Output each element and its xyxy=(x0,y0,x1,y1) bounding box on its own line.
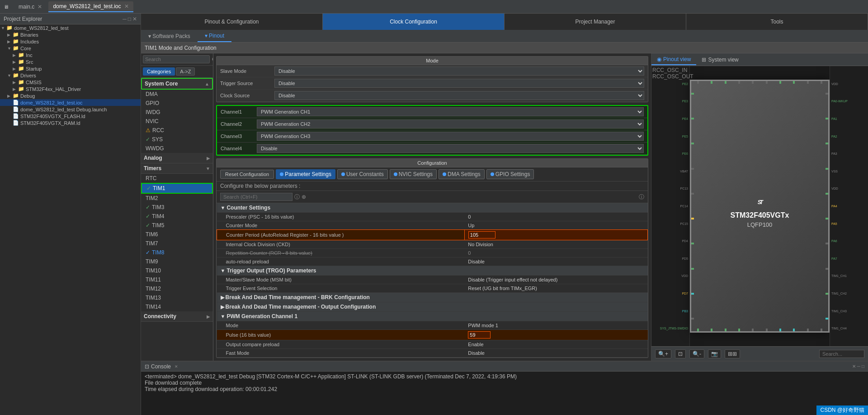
config-tim10[interactable]: TIM10 xyxy=(141,266,213,275)
gpio-settings-tab[interactable]: GPIO Settings xyxy=(486,169,534,179)
analog-section[interactable]: Analog ▶ xyxy=(141,153,213,163)
chip-top-pin-10 xyxy=(821,81,822,84)
chip-top-pin-9 xyxy=(807,81,809,84)
config-tim6[interactable]: TIM6 xyxy=(141,230,213,239)
screenshot-btn[interactable]: 📷 xyxy=(708,349,721,358)
tree-flash-ld[interactable]: 📄 STM32F405VGTX_FLASH.ld xyxy=(0,113,141,119)
config-rcc[interactable]: ⚠RCC xyxy=(141,126,213,135)
fit-btn[interactable]: ⊡ xyxy=(675,349,686,358)
config-gpio[interactable]: GPIO xyxy=(141,99,213,108)
config-tim8[interactable]: ✓TIM8 xyxy=(141,248,213,257)
sub-tab-software-packs[interactable]: ▾ Software Packs xyxy=(141,30,198,42)
minimize-icon[interactable]: ─ xyxy=(123,16,127,22)
chip-search-input[interactable] xyxy=(819,350,864,358)
slave-mode-select[interactable]: Disable xyxy=(274,67,644,76)
channel4-select[interactable]: Disable xyxy=(257,144,644,153)
config-rtc[interactable]: RTC xyxy=(141,174,213,183)
tree-project-root[interactable]: ▼ 📁 dome_WS2812_led_test xyxy=(0,24,141,31)
pin-pa0-label: PA0-WKUP xyxy=(830,100,868,103)
pulse-input[interactable] xyxy=(468,331,491,339)
tree-debug[interactable]: ▶ 📁 Debug xyxy=(0,92,141,99)
tree-ioc-file[interactable]: 📄 dome_WS2812_led_test.ioc xyxy=(0,99,141,106)
param-info-icon[interactable]: ⓘ xyxy=(294,193,300,201)
counter-period-input[interactable] xyxy=(468,231,495,239)
break-dead-section2[interactable]: ▶ Break And Dead Time management - Outpu… xyxy=(217,302,648,312)
config-tim12[interactable]: TIM12 xyxy=(141,284,213,293)
maximize-icon[interactable]: □ xyxy=(128,16,131,22)
config-tim11[interactable]: TIM11 xyxy=(141,275,213,284)
param-search-input[interactable] xyxy=(220,193,292,201)
break-dead-section1[interactable]: ▶ Break And Dead Time management - BRK C… xyxy=(217,293,648,302)
clock-source-select[interactable]: Disable xyxy=(274,91,644,100)
param-settings-tab[interactable]: Parameter Settings xyxy=(276,169,335,179)
config-iwdg[interactable]: IWDG xyxy=(141,108,213,117)
config-tim4[interactable]: ✓TIM4 xyxy=(141,212,213,221)
console-maximize-icon[interactable]: □ xyxy=(862,364,864,369)
config-tim7[interactable]: TIM7 xyxy=(141,239,213,248)
reset-config-btn[interactable]: Reset Configuration xyxy=(220,170,274,179)
close-ioc[interactable]: ✕ xyxy=(124,3,129,10)
config-wwdg[interactable]: WWDG xyxy=(141,144,213,153)
channel1-select[interactable]: PWM Generation CH1 xyxy=(257,107,644,116)
tree-drivers[interactable]: ▼ 📁 Drivers xyxy=(0,72,141,79)
trigger-output-section[interactable]: ▼ Trigger Output (TRGO) Parameters xyxy=(217,266,648,276)
search-input[interactable] xyxy=(143,55,210,63)
right-tab-bar: ◉ Pinout view ⊞ System view xyxy=(651,53,868,66)
grid-btn[interactable]: ⊞⊞ xyxy=(725,349,740,358)
tree-startup[interactable]: ▶ 📁 Startup xyxy=(0,65,141,72)
close-sidebar-icon[interactable]: ✕ xyxy=(132,16,137,22)
sub-tab-pinout[interactable]: ▾ Pinout xyxy=(198,30,231,42)
config-tim2[interactable]: TIM2 xyxy=(141,194,213,203)
tree-src[interactable]: ▶ 📁 Src xyxy=(0,58,141,65)
categories-btn[interactable]: Categories xyxy=(143,67,175,76)
param-counter-period[interactable]: Counter Period (AutoReload Register - 16… xyxy=(217,230,648,240)
tree-includes[interactable]: ▶ 📁 Includes xyxy=(0,38,141,45)
config-tim9[interactable]: TIM9 xyxy=(141,257,213,266)
tree-ram-ld[interactable]: 📄 STM32F405VGTX_RAM.ld xyxy=(0,119,141,126)
console-clear-icon[interactable]: ✕ xyxy=(852,364,856,369)
config-tim1[interactable]: ✓TIM1 xyxy=(141,183,213,194)
config-dma[interactable]: DMA xyxy=(141,90,213,99)
channel3-select[interactable]: PWM Generation CH3 xyxy=(257,132,644,141)
counter-settings-section[interactable]: ▼ Counter Settings xyxy=(217,203,648,213)
config-tim5[interactable]: ✓TIM5 xyxy=(141,221,213,230)
system-view-tab[interactable]: ⊞ System view xyxy=(696,55,744,65)
tab-clock[interactable]: Clock Configuration xyxy=(323,14,505,30)
timers-section[interactable]: Timers ▼ xyxy=(141,163,213,174)
tree-debug-launch[interactable]: 📄 dome_WS2812_led_test Debug.launch xyxy=(0,106,141,113)
chip-bot-pin-4 xyxy=(738,329,740,331)
config-tim13[interactable]: TIM13 xyxy=(141,293,213,302)
atoz-btn[interactable]: A->Z xyxy=(176,67,195,76)
tab-pinout[interactable]: Pinout & Configuration xyxy=(141,14,323,30)
nvic-settings-tab[interactable]: NVIC Settings xyxy=(390,169,437,179)
zoom-in-btn[interactable]: 🔍+ xyxy=(655,349,671,358)
system-core-section[interactable]: System Core ▲ xyxy=(141,78,213,90)
zoom-out-btn[interactable]: 🔍- xyxy=(689,349,704,358)
config-tim14[interactable]: TIM14 xyxy=(141,302,213,311)
config-nvic[interactable]: NVIC xyxy=(141,117,213,126)
tree-cmsis[interactable]: ▶ 📁 CMSIS xyxy=(0,79,141,86)
channel2-select[interactable]: PWM Generation CH2 xyxy=(257,119,644,129)
config-sys[interactable]: ✓SYS xyxy=(141,135,213,144)
user-constants-tab[interactable]: User Constants xyxy=(337,169,388,179)
param-help-icon[interactable]: ⓘ xyxy=(639,193,644,201)
connectivity-section[interactable]: Connectivity ▶ xyxy=(141,311,213,322)
tab-tools[interactable]: Tools xyxy=(686,14,868,30)
trigger-source-select[interactable]: Disable xyxy=(274,79,644,88)
tree-hal-driver[interactable]: ▶ 📁 STM32F4xx_HAL_Driver xyxy=(0,86,141,92)
pwm-channel1-section[interactable]: ▼ PWM Generation Channel 1 xyxy=(217,312,648,321)
tree-inc[interactable]: ▶ 📁 Inc xyxy=(0,52,141,58)
tree-core[interactable]: ▼ 📁 Core xyxy=(0,45,141,52)
dma-settings-tab[interactable]: DMA Settings xyxy=(439,169,485,179)
tab-main-c[interactable]: main.c ✕ xyxy=(14,2,47,12)
config-tim3[interactable]: ✓TIM3 xyxy=(141,203,213,212)
tab-project-manager[interactable]: Project Manager xyxy=(505,14,686,30)
tree-binaries[interactable]: ▶ 📁 Binaries xyxy=(0,31,141,38)
close-main-c[interactable]: ✕ xyxy=(38,4,42,10)
param-expand-icon[interactable]: ⊕ xyxy=(302,194,306,200)
console-minimize-icon[interactable]: ─ xyxy=(857,364,860,369)
pinout-view-tab[interactable]: ◉ Pinout view xyxy=(651,54,696,65)
param-pulse[interactable]: Pulse (16 bits value) xyxy=(217,330,648,340)
tab-ioc[interactable]: dome_WS2812_led_test.ioc ✕ xyxy=(48,1,133,12)
pin-tim1ch3-label: TIM1_CH3 xyxy=(830,310,868,313)
